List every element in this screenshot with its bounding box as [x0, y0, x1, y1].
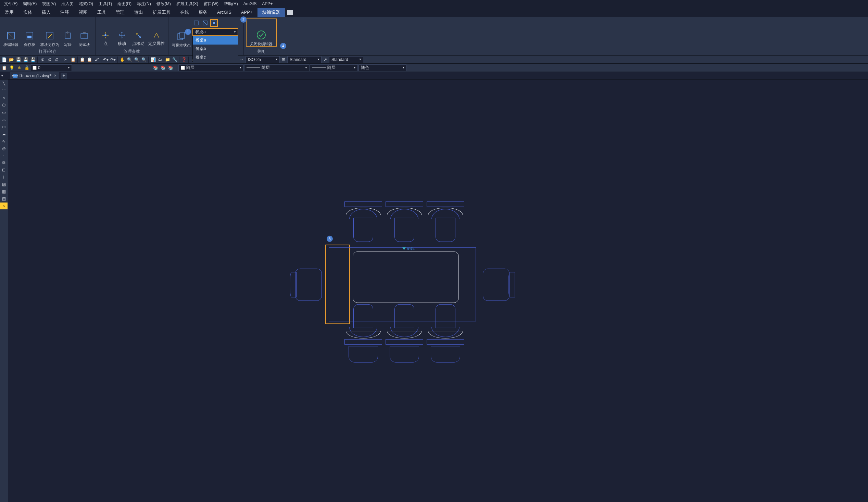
pan-icon[interactable]: ✋ [119, 56, 126, 63]
tab-common[interactable]: 常用 [0, 8, 19, 17]
linetype-combo[interactable]: 随层 [244, 64, 309, 71]
tablestyle-combo[interactable]: Standard [287, 56, 321, 63]
menu-ext[interactable]: 扩展工具(X) [174, 0, 201, 8]
mtext-tool-icon[interactable]: A [0, 202, 8, 209]
wblock-button[interactable]: 写块 [61, 19, 75, 47]
visibility-grip-icon[interactable] [402, 247, 406, 250]
layer-freeze-icon[interactable]: ❄ [16, 64, 23, 71]
vis-mode-1-button[interactable] [193, 19, 200, 27]
ellipse-arc-tool-icon[interactable]: ⌓ [0, 116, 8, 123]
tab-output[interactable]: 输出 [130, 8, 148, 17]
tab-annotate[interactable]: 注释 [55, 8, 74, 17]
drawing-canvas[interactable]: 3 餐桌a [8, 80, 868, 502]
tab-service[interactable]: 服务 [194, 8, 212, 17]
tab-online[interactable]: 在线 [175, 8, 194, 17]
donut-tool-icon[interactable]: ◎ [0, 145, 8, 152]
menu-insert[interactable]: 插入(I) [59, 0, 76, 8]
test-block-button[interactable]: 测试块 [75, 19, 93, 47]
table-tool-icon[interactable]: ▤ [0, 195, 8, 202]
menu-dim[interactable]: 标注(N) [134, 0, 154, 8]
properties-icon[interactable]: 🗂 [157, 56, 164, 63]
doctab-scroll-icon[interactable]: ▾ [1, 74, 3, 78]
plot-icon[interactable]: 🖨 [53, 56, 60, 63]
menu-help[interactable]: 帮助(H) [221, 0, 241, 8]
block-tool-icon[interactable]: ⧉ [0, 159, 8, 166]
document-tab[interactable]: DWG Drawing1.dwg* ✕ [10, 72, 59, 79]
menu-app[interactable]: APP+ [259, 1, 275, 7]
table-style-icon[interactable]: ⊞ [280, 56, 287, 63]
menu-tools[interactable]: 工具(T) [96, 0, 115, 8]
close-block-editor-button[interactable]: 关闭块编辑器 [246, 19, 277, 47]
vis-option-c[interactable]: 餐桌c [193, 53, 238, 62]
redo-icon[interactable]: ↷▾ [110, 56, 116, 63]
new-icon[interactable]: 📄 [1, 56, 8, 63]
tab-app[interactable]: APP+ [236, 8, 258, 16]
undo-icon[interactable]: ↶▾ [102, 56, 109, 63]
design-center-icon[interactable]: 📁 [164, 56, 171, 63]
gradient-tool-icon[interactable]: ▦ [0, 188, 8, 195]
tab-view[interactable]: 视图 [74, 8, 92, 17]
help-icon[interactable]: ❓ [180, 56, 187, 63]
layer-combo[interactable]: 0 [31, 64, 72, 71]
saveall-icon[interactable]: 💾 [22, 56, 29, 63]
tab-tools[interactable]: 工具 [92, 8, 111, 17]
menu-view[interactable]: 视图(V) [39, 0, 59, 8]
menu-edit[interactable]: 编辑(E) [20, 0, 39, 8]
menu-format[interactable]: 格式(O) [76, 0, 96, 8]
menu-arcgis[interactable]: ArcGIS [241, 1, 260, 7]
layer-lock-icon[interactable]: 🔓 [23, 64, 30, 71]
vis-option-b[interactable]: 餐桌b [193, 44, 238, 53]
save-block-button[interactable]: 保存块 [21, 19, 38, 47]
tab-ext[interactable]: 扩展工具 [148, 8, 175, 17]
revcloud-tool-icon[interactable]: ☁ [0, 131, 8, 138]
print-icon[interactable]: 🖨 [39, 56, 45, 63]
menu-window[interactable]: 窗口(W) [201, 0, 221, 8]
point-tool-icon[interactable]: · [0, 152, 8, 159]
menu-file[interactable]: 文件(F) [1, 0, 20, 8]
cut-icon[interactable]: ✂ [62, 56, 69, 63]
visibility-dropdown[interactable]: 1 餐桌a 餐桌a 餐桌b 餐桌c [193, 28, 238, 36]
visibility-selected[interactable]: 餐桌a [193, 28, 238, 36]
layer-on-icon[interactable]: 💡 [8, 64, 15, 71]
plotstyle-combo[interactable]: 随色 [359, 64, 406, 71]
match-prop-icon[interactable]: 🖌 [93, 56, 100, 63]
ellipse-tool-icon[interactable]: ⬭ [0, 123, 8, 130]
zoom-out-icon[interactable]: 🔍 [133, 56, 140, 63]
arc-tool-icon[interactable]: ⌒ [0, 87, 8, 94]
move-param-button[interactable]: 移动 [114, 19, 130, 47]
tab-arcgis[interactable]: ArcGIS [212, 8, 236, 16]
paste-icon[interactable]: 📋 [79, 56, 86, 63]
menu-draw[interactable]: 绘图(D) [115, 0, 134, 8]
layer-mgr-icon[interactable]: 📊 [149, 56, 156, 63]
new-tab-button[interactable]: ＋ [61, 73, 67, 79]
menu-modify[interactable]: 修改(M) [154, 0, 174, 8]
color-combo[interactable]: 随层 [178, 64, 244, 71]
layer-prev-icon[interactable]: 📚 [167, 64, 174, 71]
open-icon[interactable]: 📂 [8, 56, 15, 63]
point-move-button[interactable]: 点移动 [131, 19, 146, 47]
ribbon-minimize-icon[interactable] [287, 10, 293, 15]
tab-manage[interactable]: 管理 [111, 8, 130, 17]
vis-option-a[interactable]: 餐桌a [193, 36, 238, 44]
point-param-button[interactable]: 点 [97, 19, 113, 47]
tool-palette-icon[interactable]: 🔧 [171, 56, 178, 63]
tab-block-editor[interactable]: 块编辑器 [258, 8, 285, 17]
layer-prop-icon[interactable]: 📋 [1, 64, 8, 71]
mleader-style-icon[interactable]: ↗ [322, 56, 329, 63]
paste-special-icon[interactable]: 📋 [86, 56, 93, 63]
lineweight-combo[interactable]: 随层 [310, 64, 358, 71]
polygon-tool-icon[interactable]: ⬠ [0, 102, 8, 109]
close-tab-icon[interactable]: ✕ [54, 74, 56, 78]
save-block-as-button[interactable]: 将块另存为 [39, 19, 60, 47]
copy-icon[interactable]: 📋 [70, 56, 76, 63]
saveas-icon[interactable]: 💾 [29, 56, 36, 63]
zoom-in-icon[interactable]: 🔍 [126, 56, 133, 63]
spline-tool-icon[interactable]: ∿ [0, 138, 8, 144]
vis-mode-2-button[interactable] [202, 19, 209, 27]
vis-mode-3-button[interactable] [210, 19, 218, 27]
print-preview-icon[interactable]: 🖨 [46, 56, 53, 63]
layer-state-icon[interactable]: 📚 [152, 64, 159, 71]
block-editor-button[interactable]: 块编辑器 [2, 19, 20, 47]
tab-entity[interactable]: 实体 [19, 8, 37, 17]
zoom-ext-icon[interactable]: 🔍 [141, 56, 147, 63]
